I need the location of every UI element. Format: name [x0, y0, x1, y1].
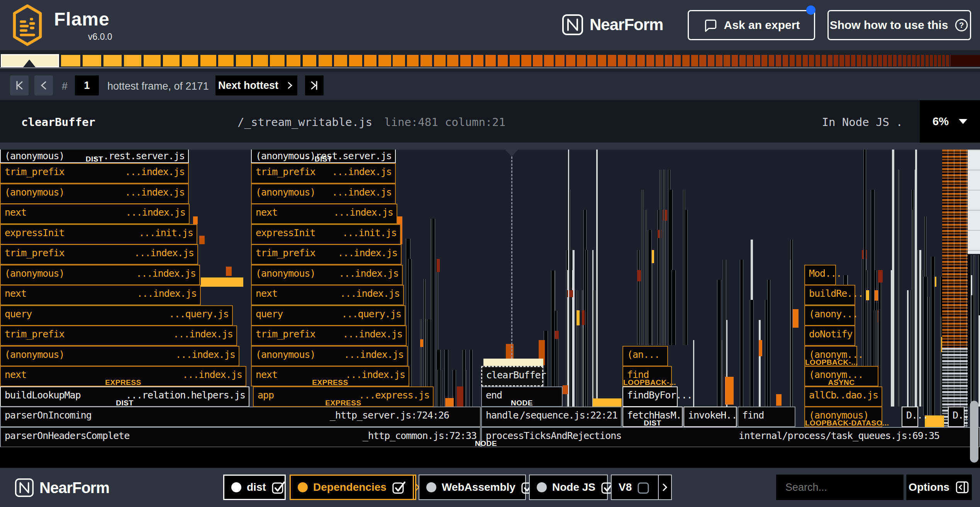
flame-frame[interactable]: find: [738, 407, 795, 427]
timeline-segment[interactable]: [270, 55, 284, 66]
timeline-segment[interactable]: [769, 55, 775, 66]
first-frame-button[interactable]: [10, 75, 29, 95]
timeline-segment[interactable]: [708, 55, 714, 66]
timeline-segment[interactable]: [460, 55, 471, 66]
flame-frame[interactable]: query...query.js: [251, 305, 405, 326]
flame-frame[interactable]: next...index.js: [251, 285, 404, 305]
timeline-segment[interactable]: [533, 55, 543, 66]
flame-frame[interactable]: trim_prefix...index.js: [251, 325, 407, 346]
timeline-segment[interactable]: [930, 55, 933, 66]
timeline-segment[interactable]: [938, 55, 941, 66]
timeline-segment[interactable]: [716, 55, 722, 66]
timeline-segment[interactable]: [942, 55, 945, 66]
flame-frame[interactable]: D...: [902, 407, 918, 427]
timeline-segment[interactable]: [434, 55, 445, 66]
flame-frame[interactable]: fetchHasM...DIST: [622, 407, 683, 427]
flame-frame[interactable]: (anonymous)...rest.server.jsDIST: [0, 149, 189, 163]
flame-frame[interactable]: clearBuffer: [481, 366, 543, 386]
timeline-segment[interactable]: [851, 55, 855, 66]
timeline-segment[interactable]: [521, 55, 531, 66]
timeline-segment[interactable]: [544, 55, 553, 66]
timeline-segment[interactable]: [747, 55, 753, 66]
flame-frame[interactable]: next...index.jsEXPRESS: [0, 366, 246, 386]
timeline-segment[interactable]: [828, 55, 832, 66]
timeline-segment[interactable]: [809, 55, 814, 66]
previous-frame-button[interactable]: [34, 75, 53, 95]
timeline-segment[interactable]: [691, 55, 698, 66]
flame-frame[interactable]: next...index.js: [0, 285, 201, 305]
timeline-segment[interactable]: [349, 55, 362, 66]
filter-button-dist[interactable]: dist: [223, 475, 286, 500]
options-button[interactable]: Options: [906, 475, 972, 500]
ask-expert-button[interactable]: Ask an expert: [688, 10, 815, 40]
flame-frame[interactable]: expressInit...init.js: [251, 224, 401, 245]
timeline-segment[interactable]: [857, 55, 861, 66]
timeline-segment[interactable]: [776, 55, 781, 66]
flame-frame[interactable]: (anonymous)...index.js: [251, 184, 396, 204]
timeline-segment[interactable]: [103, 55, 122, 66]
timeline-segment[interactable]: [637, 55, 645, 66]
timeline-segment[interactable]: [364, 55, 377, 66]
filter-button-node-js[interactable]: Node JS: [529, 475, 608, 500]
timeline-segment[interactable]: [903, 55, 906, 66]
flame-frame[interactable]: (anonymous)...index.js: [0, 184, 189, 204]
timeline-segment[interactable]: [951, 55, 980, 66]
timeline-segment[interactable]: [868, 55, 871, 66]
timeline-segment[interactable]: [598, 55, 606, 66]
timeline-segment[interactable]: [732, 55, 738, 66]
timeline-segment[interactable]: [83, 55, 101, 66]
timeline-segment[interactable]: [420, 55, 432, 66]
flame-frame[interactable]: Mod...: [804, 265, 836, 285]
timeline-segment[interactable]: [934, 55, 937, 66]
timeline-segment[interactable]: [473, 55, 484, 66]
timeline-segment[interactable]: [303, 55, 317, 66]
timeline-segment[interactable]: [917, 55, 920, 66]
timeline-segment[interactable]: [839, 55, 844, 66]
flame-frame[interactable]: (an...: [622, 346, 668, 366]
flame-frame[interactable]: invokeH...: [683, 407, 737, 427]
timeline-segment[interactable]: [862, 55, 866, 66]
flame-frame[interactable]: trim_prefix...index.js: [0, 325, 237, 346]
timeline-segment[interactable]: [754, 55, 760, 66]
timeline-segment[interactable]: [878, 55, 882, 66]
flame-frame[interactable]: parserOnIncoming_http_server.js:724:26: [0, 407, 481, 427]
timeline-segment[interactable]: [834, 55, 838, 66]
timeline-segment[interactable]: [888, 55, 892, 66]
timeline-segment[interactable]: [699, 55, 706, 66]
filter-button-dependencies[interactable]: Dependencies: [290, 475, 416, 500]
timeline-segment[interactable]: [61, 55, 80, 66]
flame-frame[interactable]: next...index.js: [0, 204, 190, 224]
timeline-segment[interactable]: [796, 55, 801, 66]
timeline-segment[interactable]: [898, 55, 902, 66]
timeline-segment[interactable]: [253, 55, 268, 66]
graph-scrollbar-thumb[interactable]: [970, 401, 978, 463]
flame-frame[interactable]: (anonymous)...index.js: [0, 346, 239, 366]
flame-frame[interactable]: allCb...dao.js: [804, 386, 882, 407]
flame-frame[interactable]: next...index.js: [251, 204, 397, 224]
checkbox-checked-icon[interactable]: [271, 480, 285, 494]
flame-frame[interactable]: (anonymous)...index.js: [251, 346, 408, 366]
flame-frame[interactable]: D...: [948, 407, 965, 427]
timeline-segment[interactable]: [873, 55, 877, 66]
flame-frame[interactable]: (anonymous)...index.js: [251, 265, 403, 285]
filter-button-webassembly[interactable]: WebAssembly: [419, 475, 526, 500]
flame-frame[interactable]: (anonymous)LOOPBACK-DATASO...: [804, 407, 882, 427]
timeline-segment[interactable]: [319, 55, 332, 66]
timeline-segment[interactable]: [144, 55, 161, 66]
show-how-button[interactable]: Show how to use this ?: [827, 10, 971, 40]
timeline-segment[interactable]: [790, 55, 795, 66]
timeline-segment[interactable]: [555, 55, 565, 66]
flame-frame[interactable]: endNODE: [481, 386, 563, 407]
timeline-heatmap[interactable]: [0, 50, 980, 72]
flame-frame[interactable]: (anonym...LOOPBACK-...: [804, 346, 857, 366]
timeline-segment[interactable]: [236, 55, 251, 66]
flame-frame[interactable]: (anonymous)...rest.server.jsDIST: [251, 149, 396, 163]
flame-frame[interactable]: parserOnHeadersComplete_http_common.js:7…: [0, 427, 481, 447]
timeline-segment[interactable]: [393, 55, 405, 66]
flame-frame[interactable]: processTicksAndRejectionsinternal/proces…: [481, 427, 980, 447]
flame-frame[interactable]: app...express.jsEXPRESS: [253, 386, 434, 407]
flame-frame[interactable]: buildRe...: [804, 285, 855, 305]
timeline-segment[interactable]: [218, 55, 234, 66]
timeline-segment[interactable]: [200, 55, 216, 66]
timeline-segment[interactable]: [608, 55, 616, 66]
